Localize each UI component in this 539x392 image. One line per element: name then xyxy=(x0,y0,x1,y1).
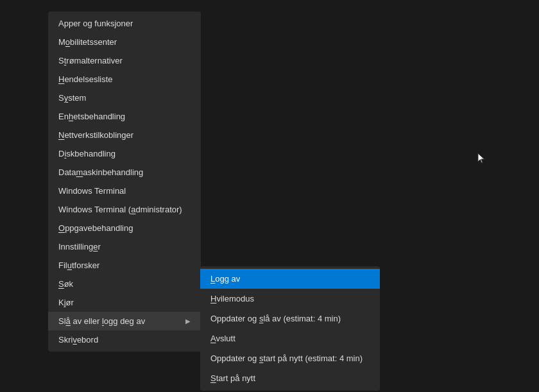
menu-item-skrivebord[interactable]: Skrivebord xyxy=(48,330,201,349)
menu-item-apper-og-funksjoner[interactable]: Apper og funksjoner xyxy=(48,14,201,33)
mouse-cursor xyxy=(477,153,485,164)
menu-item-windows-terminal[interactable]: Windows Terminal xyxy=(48,182,201,200)
menu-item-label: Nettverkstilkoblinger xyxy=(58,130,133,140)
menu-item-enhetsbehandling[interactable]: Enhetsbehandling xyxy=(48,107,201,126)
menu-item-label: Slå av eller logg deg av xyxy=(58,316,145,326)
menu-item-mobilitetssenter[interactable]: Mobilitetssenter xyxy=(48,33,201,51)
menu-item-label: Hendelsesliste xyxy=(58,74,113,84)
menu-item-label: Søk xyxy=(58,279,73,289)
menu-item-label: Filutforsker xyxy=(58,260,99,270)
submenu-item-start-pa-nytt[interactable]: Start på nytt xyxy=(200,368,380,388)
submenu-item-label: Oppdater og start på nytt (estimat: 4 mi… xyxy=(210,354,363,363)
menu-item-label: Oppgavebehandling xyxy=(58,223,133,233)
submenu-arrow-icon: ▶ xyxy=(185,318,191,325)
menu-item-label: Mobilitetssenter xyxy=(58,37,117,47)
menu-item-label: System xyxy=(58,93,86,103)
menu-item-label: Diskbehandling xyxy=(58,149,116,158)
menu-item-windows-terminal-admin[interactable]: Windows Terminal (administrator) xyxy=(48,200,201,219)
menu-item-label: Windows Terminal (administrator) xyxy=(58,205,182,214)
shutdown-submenu: Logg av Hvilemodus Oppdater og slå av (e… xyxy=(200,266,380,391)
menu-item-label: Innstillinger xyxy=(58,242,101,251)
menu-item-label: Windows Terminal xyxy=(58,186,126,196)
submenu-item-label: Oppdater og slå av (estimat: 4 min) xyxy=(210,314,341,323)
submenu-item-avslutt[interactable]: Avslutt xyxy=(200,328,380,348)
submenu-item-label: Logg av xyxy=(210,274,240,284)
menu-item-nettverkstilkoblinger[interactable]: Nettverkstilkoblinger xyxy=(48,126,201,144)
submenu-item-logg-av[interactable]: Logg av xyxy=(200,269,380,289)
submenu-item-label: Avslutt xyxy=(210,334,235,343)
menu-item-filutforsker[interactable]: Filutforsker xyxy=(48,256,201,275)
menu-item-sok[interactable]: Søk xyxy=(48,275,201,293)
submenu-item-label: Hvilemodus xyxy=(210,294,254,303)
submenu-item-hvilemodus[interactable]: Hvilemodus xyxy=(200,289,380,309)
menu-item-label: Kjør xyxy=(58,298,74,307)
menu-item-sla-av[interactable]: Slå av eller logg deg av ▶ xyxy=(48,312,201,330)
menu-item-stromalternativer[interactable]: Strømalternativer xyxy=(48,51,201,70)
submenu-item-oppdater-start-pa-nytt[interactable]: Oppdater og start på nytt (estimat: 4 mi… xyxy=(200,348,380,368)
menu-item-diskbehandling[interactable]: Diskbehandling xyxy=(48,144,201,163)
menu-item-hendelsesliste[interactable]: Hendelsesliste xyxy=(48,70,201,89)
menu-item-label: Skrivebord xyxy=(58,335,98,345)
submenu-item-oppdater-sla-av[interactable]: Oppdater og slå av (estimat: 4 min) xyxy=(200,309,380,328)
menu-item-oppgavebehandling[interactable]: Oppgavebehandling xyxy=(48,219,201,237)
menu-item-label: Apper og funksjoner xyxy=(58,19,133,28)
menu-item-datamaskinbehandling[interactable]: Datamaskinbehandling xyxy=(48,163,201,182)
menu-item-innstillinger[interactable]: Innstillinger xyxy=(48,237,201,256)
submenu-item-label: Start på nytt xyxy=(210,373,255,383)
menu-item-label: Enhetsbehandling xyxy=(58,112,125,121)
menu-item-label: Datamaskinbehandling xyxy=(58,167,143,177)
menu-item-system[interactable]: System xyxy=(48,89,201,107)
menu-item-label: Strømalternativer xyxy=(58,56,123,65)
main-context-menu: Apper og funksjoner Mobilitetssenter Str… xyxy=(48,12,201,352)
menu-item-kjor[interactable]: Kjør xyxy=(48,293,201,312)
